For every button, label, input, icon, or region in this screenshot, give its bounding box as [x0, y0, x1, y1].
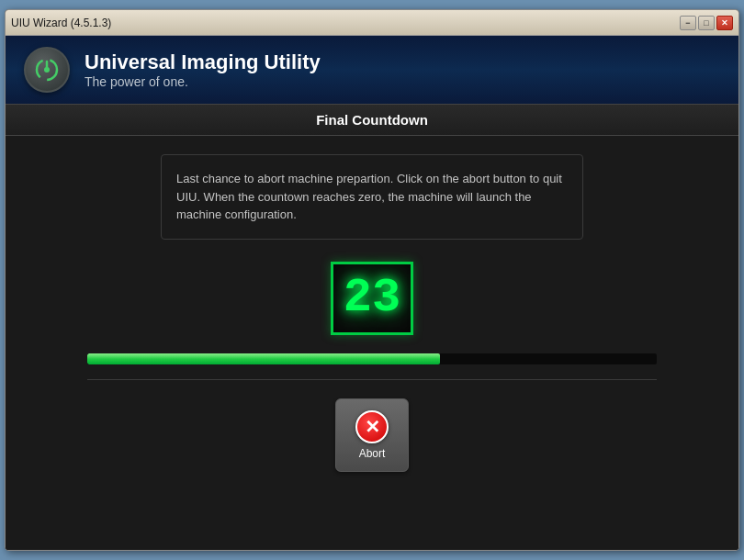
main-window: UIU Wizard (4.5.1.3) − □ ✕ Universal Ima…: [5, 9, 739, 551]
separator: [87, 379, 657, 380]
progress-track: [87, 353, 657, 364]
app-tagline: The power of one.: [85, 74, 321, 89]
section-header: Final Countdown: [6, 104, 738, 136]
progress-container: [87, 353, 657, 364]
countdown-box: 23: [331, 262, 413, 335]
main-content: Last chance to abort machine prepartion.…: [6, 136, 738, 550]
power-icon: [24, 47, 70, 93]
svg-point-2: [44, 67, 50, 73]
abort-button[interactable]: ✕ Abort: [335, 398, 409, 472]
maximize-button[interactable]: □: [698, 16, 715, 30]
app-name: Universal Imaging Utility: [85, 50, 321, 74]
progress-fill: [87, 353, 440, 364]
countdown-number: 23: [344, 274, 400, 322]
title-bar: UIU Wizard (4.5.1.3) − □ ✕: [6, 10, 738, 36]
power-svg-icon: [34, 57, 60, 83]
app-header: Universal Imaging Utility The power of o…: [6, 36, 738, 104]
info-text: Last chance to abort machine prepartion.…: [176, 170, 568, 224]
minimize-button[interactable]: −: [680, 16, 696, 30]
window-title: UIU Wizard (4.5.1.3): [11, 17, 111, 29]
close-button[interactable]: ✕: [716, 16, 733, 30]
app-title-group: Universal Imaging Utility The power of o…: [85, 50, 321, 89]
window-controls: − □ ✕: [680, 16, 733, 30]
section-title: Final Countdown: [24, 112, 720, 128]
countdown-container: 23: [331, 262, 413, 335]
info-box: Last chance to abort machine prepartion.…: [161, 154, 583, 240]
abort-label: Abort: [359, 447, 386, 460]
abort-icon: ✕: [355, 410, 389, 443]
